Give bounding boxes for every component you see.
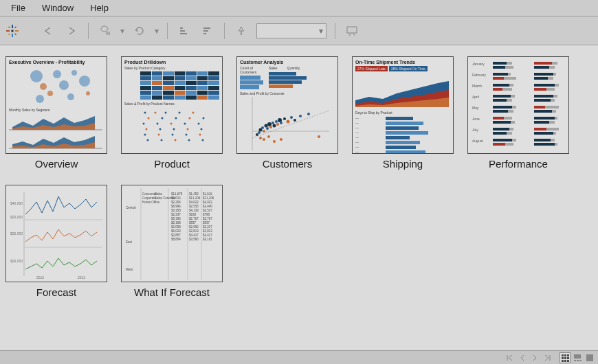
svg-text:January: January [472,62,485,66]
nav-first-button[interactable] [505,352,516,363]
svg-text:$2,857: $2,857 [171,234,181,237]
svg-point-21 [71,70,77,76]
svg-rect-158 [493,143,505,146]
sort-desc-button[interactable] [197,21,219,41]
highlight-dropdown[interactable]: ▾ [256,23,326,38]
svg-text:$2,535: $2,535 [189,205,199,208]
svg-rect-152 [534,132,553,135]
svg-text:East: East [126,240,133,244]
svg-rect-4 [8,26,10,28]
svg-rect-106 [493,73,508,76]
svg-point-77 [283,117,286,120]
svg-point-65 [261,126,264,129]
svg-text:$937: $937 [189,221,197,225]
toolbar-separator [167,23,168,39]
svg-text:$20,000: $20,000 [10,259,23,263]
sheet-performance[interactable]: JanuaryFebruaryMarchAprilMayJuneJulyAugu… [467,56,569,170]
svg-point-32 [179,112,181,114]
svg-point-29 [144,112,146,114]
svg-point-47 [187,128,189,130]
svg-text:$11,106: $11,106 [203,196,214,200]
menu-file[interactable]: File [3,1,34,15]
svg-rect-156 [534,139,551,141]
svg-rect-146 [493,128,509,130]
sheet-product[interactable]: Product Drilldown Sales by Product Categ… [121,56,223,170]
sheet-whatif-forecast[interactable]: CentralEastWest ConsumerCorporateHome Of… [121,185,223,298]
back-button[interactable] [37,21,59,41]
svg-point-58 [202,139,204,141]
svg-text:$1,616: $1,616 [203,192,212,196]
svg-point-73 [275,120,278,123]
sheet-forecast[interactable]: $40,000 $20,000 $25,000 $20,000 2012 201… [5,185,107,298]
svg-text:$4,022: $4,022 [189,201,199,204]
svg-point-41 [170,123,173,125]
sheet-shipping[interactable]: On-Time Shipment Trends 27% Shipped Late… [352,56,454,170]
menu-help[interactable]: Help [82,1,117,15]
svg-point-86 [280,138,283,141]
svg-rect-118 [493,88,502,91]
nav-prev-button[interactable] [517,352,528,363]
svg-rect-148 [534,128,546,130]
svg-point-44 [146,128,148,130]
svg-text:$11,106: $11,106 [189,196,201,200]
svg-rect-10 [107,32,108,35]
sheet-customers[interactable]: Customer Analysis Count of Customers Sal… [236,56,338,170]
refresh-button[interactable] [129,21,151,41]
svg-text:$188: $188 [189,213,197,216]
svg-rect-142 [493,121,511,124]
svg-rect-144 [534,121,549,124]
svg-point-31 [165,112,167,114]
svg-point-23 [59,80,69,90]
svg-text:$1,492: $1,492 [189,192,199,196]
sheet-thumbnail: Product Drilldown Sales by Product Categ… [121,56,223,154]
svg-point-37 [189,117,191,120]
svg-rect-17 [203,33,206,34]
pause-button[interactable] [94,21,116,41]
svg-text:$6,996: $6,996 [171,205,181,208]
svg-rect-114 [493,84,509,87]
svg-point-62 [256,133,258,136]
svg-rect-221 [562,357,564,359]
sheet-label: Customers [263,158,313,170]
presentation-button[interactable] [341,21,363,41]
forward-button[interactable] [60,21,82,41]
svg-text:$20,000: $20,000 [10,215,23,219]
svg-point-39 [143,123,145,125]
svg-point-71 [272,122,274,124]
svg-rect-226 [567,360,569,362]
svg-text:$937: $937 [203,221,210,225]
svg-rect-104 [534,66,549,69]
svg-rect-220 [567,354,569,356]
svg-point-88 [318,135,320,138]
view-filmstrip-button[interactable] [572,352,583,363]
sheet-thumbnail: JanuaryFebruaryMarchAprilMayJuneJulyAugu… [467,56,569,154]
svg-rect-218 [562,354,564,356]
toolbar-separator [335,23,335,39]
view-single-button[interactable] [584,352,595,363]
svg-point-34 [148,117,150,120]
sort-asc-button[interactable] [173,21,195,41]
svg-text:$4,133: $4,133 [189,209,199,212]
svg-point-53 [199,134,201,136]
svg-text:$11,678: $11,678 [171,192,183,196]
refresh-dropdown-icon[interactable]: ▾ [152,21,162,41]
nav-last-button[interactable] [542,352,553,363]
svg-rect-13 [180,30,185,32]
svg-text:$3,358: $3,358 [171,209,181,212]
svg-text:Central: Central [126,206,136,209]
toolbar-separator [88,23,89,39]
svg-text:June: June [472,117,480,121]
svg-rect-3 [15,30,19,32]
nav-next-button[interactable] [529,352,540,363]
menu-window[interactable]: Window [34,1,82,15]
sheet-overview[interactable]: Executive Overview - Profitability Month… [5,56,107,170]
pause-dropdown-icon[interactable]: ▾ [118,21,127,41]
view-grid-button[interactable] [560,352,571,363]
svg-text:$3,580: $3,580 [189,238,199,241]
svg-text:Sales: Sales [155,192,163,196]
svg-text:$2,237: $2,237 [171,213,181,216]
svg-point-28 [86,91,90,95]
pin-button[interactable] [230,21,252,41]
svg-rect-1 [12,34,13,37]
svg-point-80 [294,119,296,122]
